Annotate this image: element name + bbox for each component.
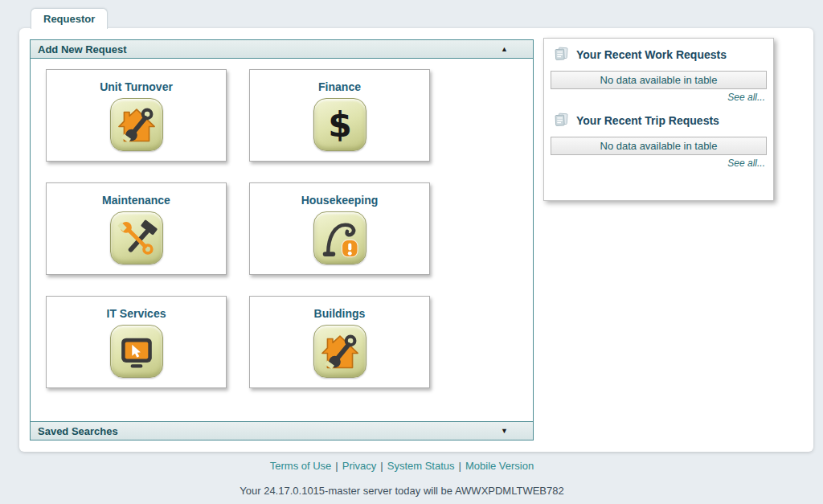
add-new-request-header[interactable]: Add New Request ▲ — [31, 40, 533, 59]
tile-it-services[interactable]: IT Services — [46, 296, 227, 388]
terms-of-use-link[interactable]: Terms of Use — [270, 460, 332, 472]
house-wrench-icon — [110, 98, 163, 151]
trip-requests-empty-state: No data available in table — [551, 137, 767, 155]
dollar-icon: $ — [313, 98, 366, 151]
request-accordion: Add New Request ▲ Unit Turnover — [30, 39, 534, 440]
page: Requestor Add New Request ▲ Unit Turnove… — [0, 0, 823, 504]
work-requests-icon — [554, 47, 569, 62]
tile-unit-turnover[interactable]: Unit Turnover — [46, 69, 227, 162]
vacuum-icon — [313, 211, 366, 264]
trip-requests-icon — [554, 113, 569, 128]
trip-requests-header: Your Recent Trip Requests — [551, 113, 767, 128]
work-requests-header: Your Recent Work Requests — [551, 47, 767, 62]
privacy-link[interactable]: Privacy — [342, 460, 377, 472]
link-separator: | — [335, 460, 338, 472]
system-status-link[interactable]: System Status — [387, 460, 455, 472]
tab-requestor[interactable]: Requestor — [31, 8, 108, 29]
tile-label: IT Services — [107, 307, 166, 320]
tile-label: Housekeeping — [301, 194, 379, 207]
recent-requests-card: Your Recent Work Requests No data availa… — [543, 38, 774, 201]
tile-housekeeping[interactable]: Housekeeping — [249, 182, 430, 275]
house-wrench-icon — [313, 325, 366, 378]
work-requests-see-all-link[interactable]: See all... — [551, 92, 765, 103]
tile-label: Buildings — [314, 307, 366, 320]
tile-label: Maintenance — [102, 194, 170, 207]
collapse-arrow-icon: ▲ — [501, 45, 508, 53]
expand-arrow-icon: ▼ — [501, 427, 508, 435]
link-separator: | — [459, 460, 461, 472]
link-separator: | — [380, 460, 383, 472]
saved-searches-header[interactable]: Saved Searches ▼ — [31, 421, 533, 440]
tile-finance[interactable]: Finance $ — [249, 69, 430, 162]
trip-requests-title: Your Recent Trip Requests — [576, 114, 719, 127]
saved-searches-title: Saved Searches — [38, 425, 118, 437]
mobile-version-link[interactable]: Mobile Version — [465, 460, 534, 472]
add-new-request-title: Add New Request — [38, 43, 127, 55]
wrench-hammer-icon — [110, 211, 163, 264]
tile-buildings[interactable]: Buildings — [249, 296, 430, 388]
computer-icon — [110, 325, 163, 378]
server-message: Your 24.17.0.1015-master server today wi… — [0, 485, 804, 497]
add-new-request-body: Unit Turnover Finance — [31, 59, 533, 421]
work-requests-title: Your Recent Work Requests — [576, 48, 727, 61]
tile-label: Finance — [318, 80, 361, 93]
work-requests-empty-state: No data available in table — [551, 71, 767, 89]
tile-maintenance[interactable]: Maintenance — [46, 182, 227, 275]
footer-links: Terms of Use|Privacy|System Status|Mobil… — [0, 460, 804, 472]
trip-requests-see-all-link[interactable]: See all... — [551, 158, 765, 169]
tile-label: Unit Turnover — [100, 80, 173, 93]
svg-text:$: $ — [328, 105, 352, 145]
